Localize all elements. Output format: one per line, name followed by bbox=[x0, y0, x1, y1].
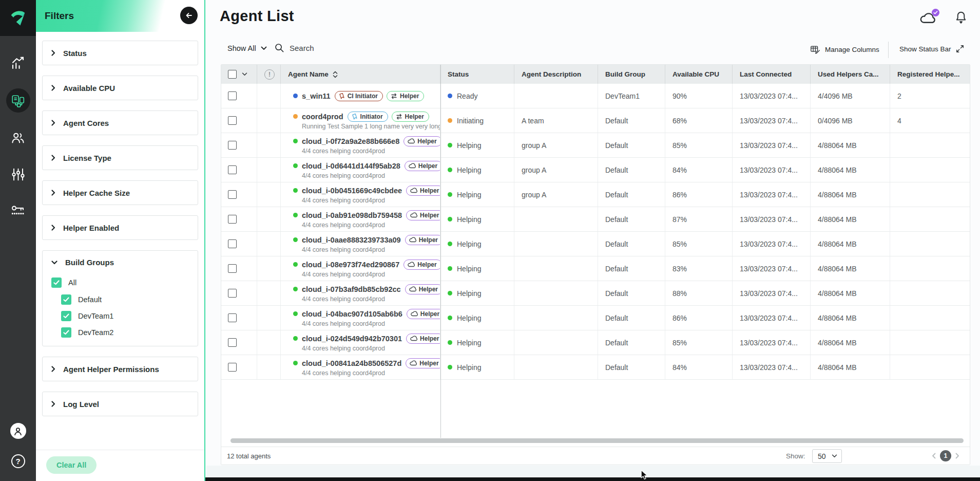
column-header-available-cpu[interactable]: Available CPU bbox=[665, 65, 733, 84]
page-size-label: Show: bbox=[786, 452, 805, 460]
filter-section-helper-cache-size[interactable]: Helper Cache Size bbox=[42, 180, 198, 205]
scrollbar-thumb[interactable] bbox=[230, 438, 964, 443]
filter-section-license-type[interactable]: License Type bbox=[42, 145, 198, 170]
current-page-button[interactable]: 1 bbox=[940, 450, 951, 461]
app-logo[interactable] bbox=[0, 0, 36, 36]
checkbox-checked-icon[interactable] bbox=[51, 278, 62, 288]
header-select-all[interactable] bbox=[221, 65, 257, 84]
cloud-status-button[interactable] bbox=[919, 11, 937, 25]
row-checkbox[interactable] bbox=[228, 313, 237, 322]
show-all-dropdown[interactable]: Show All bbox=[227, 44, 267, 52]
next-page-button[interactable] bbox=[955, 453, 959, 459]
row-checkbox[interactable] bbox=[228, 116, 237, 125]
filter-section-agent-cores[interactable]: Agent Cores bbox=[42, 110, 198, 135]
filter-section-agent-helper-permissions[interactable]: Agent Helper Permissions bbox=[42, 357, 198, 381]
cloud-icon bbox=[411, 311, 418, 317]
clear-all-button[interactable]: Clear All bbox=[46, 456, 97, 474]
agent-badges: Helper bbox=[407, 309, 440, 319]
agent-name-cell: cloud_i-0ab91e098db759458 Helper 4/4 cor… bbox=[281, 207, 440, 231]
status-label: Helping bbox=[457, 166, 481, 174]
row-checkbox[interactable] bbox=[228, 239, 237, 248]
row-checkbox[interactable] bbox=[228, 264, 237, 273]
status-label: Helping bbox=[457, 363, 481, 372]
agent-subtitle: 4/4 cores helping coord4prod bbox=[302, 271, 385, 278]
notifications-button[interactable] bbox=[954, 10, 968, 25]
table-row[interactable]: cloud_i-0ab91e098db759458 Helper 4/4 cor… bbox=[221, 207, 970, 232]
build-groups-header[interactable]: Build Groups bbox=[43, 251, 198, 267]
column-header-agent-name[interactable]: Agent Name bbox=[281, 65, 440, 84]
table-row[interactable]: cloud_i-04bac907d105ab6b6 Helper 4/4 cor… bbox=[221, 306, 970, 330]
column-header-last-connected[interactable]: Last Connected bbox=[733, 65, 811, 84]
sidebar-item-users[interactable] bbox=[0, 130, 36, 145]
table-row[interactable]: cloud_i-0f72a9a2e88b666e8 Helper 4/4 cor… bbox=[221, 133, 970, 158]
build-group-cell: Default bbox=[598, 133, 665, 157]
row-checkbox[interactable] bbox=[228, 363, 237, 372]
sidebar-item-account[interactable] bbox=[0, 423, 36, 439]
alert-cell bbox=[257, 281, 281, 305]
chevron-down-icon[interactable] bbox=[242, 72, 247, 76]
table-row[interactable]: cloud_i-0aae8883239733a09 Helper 4/4 cor… bbox=[221, 232, 970, 256]
sidebar-item-agents[interactable] bbox=[0, 88, 36, 113]
sort-icon[interactable] bbox=[333, 71, 338, 78]
incredibuild-logo-icon bbox=[8, 8, 28, 28]
table-row[interactable]: cloud_i-08e973f74ed290867 Helper 4/4 cor… bbox=[221, 256, 970, 281]
page-size-select[interactable]: 50 bbox=[812, 449, 842, 463]
column-header-agent-description[interactable]: Agent Description bbox=[514, 65, 598, 84]
table-row[interactable]: cloud_i-07b3af9db85cb92cc Helper 4/4 cor… bbox=[221, 281, 970, 306]
column-header-build-group[interactable]: Build Group bbox=[598, 65, 665, 84]
filter-section-available-cpu[interactable]: Available CPU bbox=[42, 76, 198, 100]
filter-section-log-level[interactable]: Log Level bbox=[42, 392, 198, 416]
status-label: Initiating bbox=[457, 117, 484, 125]
build-group-option-all[interactable]: All bbox=[51, 278, 76, 288]
build-group-option-devteam1[interactable]: DevTeam1 bbox=[61, 311, 113, 321]
registered-helpers-cell: 2 bbox=[890, 84, 970, 108]
agent-status-dot bbox=[293, 188, 298, 193]
badge-label: Helper bbox=[419, 236, 438, 244]
row-checkbox[interactable] bbox=[228, 215, 237, 224]
table-row[interactable]: cloud_i-0d6441d144f95ab28 Helper 4/4 cor… bbox=[221, 158, 970, 182]
column-header-used-helpers[interactable]: Used Helpers Ca... bbox=[811, 65, 890, 84]
search-input[interactable] bbox=[290, 44, 408, 52]
column-label: Agent Name bbox=[288, 70, 329, 78]
row-checkbox[interactable] bbox=[228, 190, 237, 199]
column-header-status[interactable]: Status bbox=[440, 65, 514, 84]
previous-page-button[interactable] bbox=[932, 453, 936, 459]
search-box bbox=[274, 43, 408, 53]
table-row[interactable]: s_win11 CI InitiatorHelper Ready DevTeam… bbox=[221, 84, 970, 108]
row-checkbox[interactable] bbox=[228, 165, 237, 174]
sidebar-item-analytics[interactable] bbox=[0, 55, 36, 71]
row-checkbox[interactable] bbox=[228, 141, 237, 150]
checkbox-checked-icon[interactable] bbox=[61, 327, 71, 338]
table-row[interactable]: coord4prod InitiatorHelper Running Test … bbox=[221, 108, 970, 133]
row-checkbox[interactable] bbox=[228, 91, 237, 100]
select-all-checkbox[interactable] bbox=[228, 70, 237, 79]
table-row[interactable]: cloud_i-00841a24b8506527d Helper 4/4 cor… bbox=[221, 355, 970, 380]
agent-status-dot bbox=[293, 163, 298, 168]
header-alert-column[interactable]: ! bbox=[257, 65, 281, 84]
show-status-bar-button[interactable]: Show Status Bar bbox=[899, 45, 964, 53]
manage-columns-button[interactable]: Manage Columns bbox=[810, 45, 879, 54]
filter-section-helper-enabled[interactable]: Helper Enabled bbox=[42, 215, 198, 240]
build-group-option-default[interactable]: Default bbox=[61, 294, 102, 305]
expand-icon bbox=[956, 45, 964, 53]
checkbox-checked-icon[interactable] bbox=[61, 294, 71, 305]
row-checkbox[interactable] bbox=[228, 338, 237, 347]
row-checkbox[interactable] bbox=[228, 289, 237, 298]
table-row[interactable]: cloud_i-024d549d942b70301 Helper 4/4 cor… bbox=[221, 330, 970, 355]
horizontal-scrollbar bbox=[223, 438, 964, 443]
sidebar-item-help[interactable]: ? bbox=[0, 454, 36, 468]
table-row[interactable]: cloud_i-0b0451669c49cbdee Helper 4/4 cor… bbox=[221, 182, 970, 207]
sidebar-item-license[interactable] bbox=[0, 203, 36, 218]
used-helpers-cell: 4/88064 MB bbox=[811, 133, 890, 157]
status-dot bbox=[448, 316, 452, 320]
chevron-right-icon bbox=[51, 85, 55, 91]
description-cell bbox=[514, 330, 598, 355]
filter-section-status[interactable]: Status bbox=[42, 41, 198, 65]
column-header-registered-helpers[interactable]: Registered Helpe... bbox=[890, 65, 970, 84]
collapse-filters-button[interactable] bbox=[180, 7, 198, 24]
build-group-option-devteam2[interactable]: DevTeam2 bbox=[61, 327, 113, 338]
checkbox-checked-icon[interactable] bbox=[61, 311, 71, 321]
last-connected-cell: 13/03/2023 07:4... bbox=[733, 207, 811, 231]
sidebar-item-settings[interactable] bbox=[0, 167, 36, 182]
bell-icon bbox=[954, 10, 968, 25]
